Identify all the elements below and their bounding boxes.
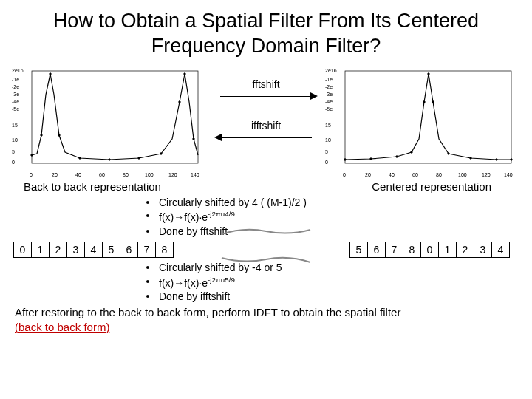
- yl: 5: [12, 149, 15, 154]
- cell: 8: [155, 242, 174, 258]
- plot-left-svg: [13, 65, 205, 176]
- bullet-b: f(x)→f(x)·e-j2πu4/9: [159, 209, 235, 225]
- footer-line2: (back to back form): [15, 321, 109, 333]
- yl: -5e: [325, 106, 332, 112]
- yl: 0: [325, 160, 328, 165]
- bullet-a: Circularly shifted by 4 ( (M-1)/2 ): [159, 196, 307, 210]
- yl: -3e: [325, 92, 332, 97]
- cell: 0: [13, 242, 32, 258]
- cell: 6: [367, 242, 386, 258]
- xl: 0: [30, 172, 33, 177]
- yl: -3e: [12, 92, 19, 97]
- bullet-b2: f(x)→f(x)·e-j2πu5/9: [159, 275, 235, 290]
- cell: 8: [403, 242, 421, 258]
- svg-point-14: [370, 157, 372, 159]
- xl: 100: [458, 172, 467, 177]
- yl: 5: [325, 149, 328, 154]
- cell: 1: [438, 242, 457, 258]
- bullet-dot-icon: •: [137, 290, 159, 304]
- bullet-dot-icon: •: [137, 261, 159, 275]
- svg-point-23: [511, 158, 512, 160]
- cell: 6: [120, 242, 138, 258]
- cell: 1: [31, 242, 50, 258]
- yl: -4e: [12, 99, 19, 104]
- xl: 140: [504, 172, 513, 177]
- svg-point-22: [496, 158, 497, 160]
- svg-point-8: [160, 152, 162, 154]
- xl: 40: [75, 172, 81, 177]
- plot-right: 2e16 -1e -2e -3e -4e -5e 15 10 5 0 0 20 …: [327, 65, 519, 176]
- svg-point-4: [58, 134, 60, 135]
- cell: 4: [491, 242, 510, 258]
- yl: 2e16: [325, 68, 337, 73]
- yl: -1e: [12, 77, 19, 82]
- cell: 5: [102, 242, 120, 258]
- boxes-right: 5 6 7 8 0 1 2 3 4: [349, 242, 510, 258]
- xl: 20: [52, 172, 58, 177]
- bullet-dot-icon: •: [137, 275, 159, 290]
- cell: 3: [474, 242, 492, 258]
- yl: 10: [12, 137, 18, 143]
- xl: 60: [412, 172, 418, 177]
- svg-point-21: [470, 157, 471, 158]
- yl: -1e: [325, 77, 332, 82]
- svg-point-17: [423, 100, 425, 102]
- arrow-left-icon: [214, 134, 222, 141]
- svg-point-18: [428, 72, 429, 74]
- xl: 140: [191, 172, 200, 177]
- svg-rect-12: [345, 71, 511, 163]
- boxes-left: 0 1 2 3 4 5 6 7 8: [13, 242, 174, 258]
- svg-point-9: [179, 100, 180, 102]
- plots-row: 2e16 -1e -2e -3e -4e -5e 15 10 5 0 0 20 …: [0, 65, 532, 176]
- bullets-bot: •Circularly shifted by -4 or 5 •f(x)→f(x…: [137, 261, 532, 304]
- cell: 3: [66, 242, 85, 258]
- svg-point-11: [193, 137, 194, 139]
- arrow-fftshift: fftshift: [214, 78, 318, 102]
- xl: 80: [123, 172, 129, 177]
- footer-text: After restoring to the back to back form…: [0, 304, 532, 334]
- svg-point-16: [411, 151, 412, 152]
- plot-left: 2e16 -1e -2e -3e -4e -5e 15 10 5 0 0 20 …: [13, 65, 205, 176]
- cell: 2: [456, 242, 474, 258]
- rep-labels: Back to back representation Centered rep…: [0, 176, 532, 196]
- xl: 120: [482, 172, 491, 177]
- svg-point-10: [184, 72, 185, 74]
- bullet-c2: Done by ifftshift: [159, 290, 230, 304]
- svg-point-13: [344, 158, 346, 160]
- yl: 10: [325, 137, 331, 143]
- xl: 100: [145, 172, 154, 177]
- arrow-right-icon: [310, 92, 318, 100]
- svg-point-20: [448, 152, 449, 154]
- boxes-row: 0 1 2 3 4 5 6 7 8 5 6 7 8 0 1 2 3 4: [0, 239, 532, 261]
- xl: 20: [365, 172, 371, 177]
- cell: 7: [385, 242, 403, 258]
- svg-point-1: [31, 154, 33, 155]
- yl: 15: [12, 123, 18, 128]
- bullet-dot-icon: •: [137, 209, 159, 225]
- yl: 15: [325, 123, 331, 128]
- bullets-top: •Circularly shifted by 4 ( (M-1)/2 ) •f(…: [137, 196, 532, 239]
- xl: 60: [99, 172, 105, 177]
- xl: 40: [389, 172, 395, 177]
- plot-right-svg: [327, 65, 519, 176]
- arrow-label-top: fftshift: [214, 78, 318, 90]
- svg-point-6: [109, 158, 110, 160]
- arrows-mid: fftshift ifftshift: [214, 78, 318, 161]
- rep-left: Back to back representation: [24, 180, 161, 193]
- yl: -2e: [325, 84, 332, 89]
- arrow-label-bot: ifftshift: [214, 120, 318, 132]
- cell: 4: [84, 242, 103, 258]
- xl: 80: [436, 172, 442, 177]
- cell: 5: [349, 242, 368, 258]
- svg-point-2: [41, 134, 42, 135]
- svg-point-5: [79, 157, 81, 158]
- cell: 2: [49, 242, 67, 258]
- bullet-dot-icon: •: [137, 196, 159, 210]
- svg-point-3: [50, 72, 51, 74]
- page-title: How to Obtain a Spatial Filter From Its …: [0, 0, 532, 65]
- svg-point-19: [432, 100, 434, 102]
- swish-bot: [218, 253, 314, 267]
- yl: 0: [12, 160, 15, 165]
- xl: 120: [168, 172, 177, 177]
- footer-line1: After restoring to the back to back form…: [15, 306, 400, 318]
